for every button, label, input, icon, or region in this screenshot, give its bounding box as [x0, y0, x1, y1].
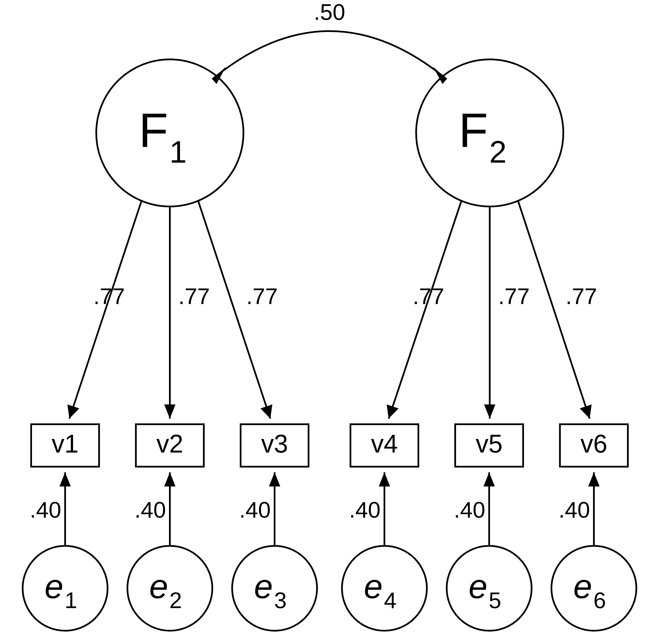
svg-marker-15	[164, 405, 176, 419]
error-e1-sub: 1	[65, 588, 77, 613]
var-v5: v5	[476, 430, 503, 458]
loading-f1-v2: .77	[178, 284, 210, 309]
var-v1: v1	[51, 430, 79, 458]
error-e6-sub: 6	[593, 588, 606, 613]
svg-point-2	[96, 60, 243, 206]
svg-text:e
      3: e 3	[254, 567, 287, 613]
factor-f1: F 1	[96, 60, 243, 206]
svg-marker-23	[580, 405, 592, 419]
svg-text:e
      2: e 2	[149, 567, 182, 613]
svg-marker-21	[484, 405, 496, 419]
svg-line-18	[389, 201, 461, 419]
error-e2-sub: 2	[169, 588, 182, 613]
factor-f2-sub: 2	[489, 134, 507, 169]
svg-text:F
      1: F 1	[139, 104, 186, 169]
loading-f1-v1: .77	[93, 284, 125, 309]
observed-vars: v1 v2 v3 v4 v5 v6	[31, 424, 628, 467]
svg-marker-13	[67, 405, 79, 419]
factor-f1-sub: 1	[170, 134, 187, 169]
var-v2: v2	[156, 430, 183, 458]
svg-marker-39	[379, 472, 390, 486]
var-v4: v4	[371, 430, 398, 458]
svg-point-4	[416, 60, 563, 206]
error-e3-coef: .40	[239, 497, 271, 522]
error-e5-sub: 5	[489, 588, 501, 613]
svg-marker-47	[588, 472, 599, 486]
errors: e 1 .40 e 2 .40 e 3 .40 e 4 .40	[23, 472, 636, 631]
error-e2-coef: .40	[134, 497, 166, 522]
svg-line-12	[69, 201, 141, 419]
svg-marker-35	[269, 472, 280, 486]
svg-text:e
      4: e 4	[364, 567, 397, 613]
loadings-f2: .77 .77 .77	[387, 201, 597, 419]
loading-f2-v5: .77	[498, 284, 530, 309]
loadings-f1: .77 .77 .77	[67, 201, 278, 419]
svg-marker-43	[483, 472, 495, 486]
var-v3: v3	[261, 430, 288, 458]
svg-text:e
      5: e 5	[468, 567, 501, 613]
error-e6-name: e	[573, 567, 592, 605]
error-e4-sub: 4	[384, 588, 397, 613]
factor-f2-name: F	[459, 104, 488, 157]
error-e3-sub: 3	[274, 588, 287, 613]
svg-text:e
      6: e 6	[573, 567, 606, 613]
sem-path-diagram: .50 F 1 F 2 v1 v2 v3 v4 v5 v6	[0, 0, 659, 644]
svg-marker-27	[60, 472, 71, 486]
factor-f1-name: F	[139, 104, 168, 157]
error-e1-name: e	[44, 567, 63, 605]
error-e6-coef: .40	[558, 497, 590, 522]
var-v6: v6	[580, 430, 607, 458]
error-e2-name: e	[149, 567, 168, 605]
error-e3-name: e	[254, 567, 273, 605]
svg-text:e
      1: e 1	[44, 567, 77, 613]
svg-line-16	[198, 201, 270, 419]
svg-marker-19	[387, 405, 399, 419]
svg-marker-17	[260, 405, 272, 419]
loading-f2-v6: .77	[566, 284, 597, 309]
error-e5-name: e	[468, 567, 487, 605]
error-e4-name: e	[364, 567, 383, 605]
error-e5-coef: .40	[454, 497, 485, 522]
factor-f2: F 2	[416, 60, 563, 206]
svg-marker-31	[164, 472, 176, 486]
correlation-arc: .50	[212, 0, 447, 84]
correlation-label: .50	[314, 0, 345, 25]
svg-line-22	[518, 201, 590, 419]
error-e1-coef: .40	[30, 497, 61, 522]
svg-text:F
      2: F 2	[459, 104, 506, 169]
loading-f2-v4: .77	[413, 284, 444, 309]
loading-f1-v3: .77	[246, 284, 278, 309]
error-e4-coef: .40	[349, 497, 380, 522]
